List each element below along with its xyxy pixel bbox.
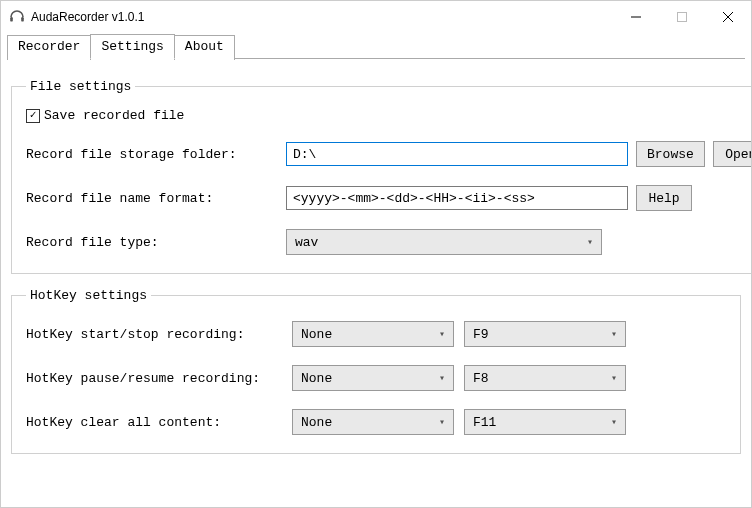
minimize-button[interactable] [613,2,659,32]
storage-folder-input[interactable] [286,142,628,166]
file-type-label: Record file type: [26,235,286,250]
chevron-down-icon: ▾ [439,328,445,340]
storage-folder-label: Record file storage folder: [26,147,286,162]
hotkey-pause-resume-mod-value: None [301,371,332,386]
chevron-down-icon: ▾ [587,236,593,248]
chevron-down-icon: ▾ [439,416,445,428]
save-recorded-checkbox-row[interactable]: ✓ Save recorded file [26,108,752,123]
titlebar: AudaRecorder v1.0.1 [1,1,751,33]
hotkey-start-stop-mod-select[interactable]: None ▾ [292,321,454,347]
close-button[interactable] [705,2,751,32]
hotkey-clear-key-select[interactable]: F11 ▾ [464,409,626,435]
maximize-button [659,2,705,32]
open-button[interactable]: Open [713,141,752,167]
file-type-value: wav [295,235,318,250]
window-title: AudaRecorder v1.0.1 [31,10,613,24]
hotkey-start-stop-key-value: F9 [473,327,489,342]
tab-about[interactable]: About [174,35,235,60]
tab-recorder[interactable]: Recorder [7,35,91,60]
hotkey-clear-key-value: F11 [473,415,496,430]
tabstrip: Recorder Settings About [1,33,751,58]
hotkey-settings-group: HotKey settings HotKey start/stop record… [11,288,741,454]
file-settings-group: File settings ✓ Save recorded file Recor… [11,79,752,274]
save-recorded-checkbox[interactable]: ✓ [26,109,40,123]
svg-rect-3 [678,13,687,22]
chevron-down-icon: ▾ [439,372,445,384]
chevron-down-icon: ▾ [611,372,617,384]
hotkey-clear-label: HotKey clear all content: [26,415,292,430]
name-format-label: Record file name format: [26,191,286,206]
hotkey-settings-legend: HotKey settings [26,288,151,303]
hotkey-pause-resume-key-value: F8 [473,371,489,386]
name-format-input[interactable] [286,186,628,210]
tab-settings[interactable]: Settings [90,34,174,59]
hotkey-start-stop-label: HotKey start/stop recording: [26,327,292,342]
hotkey-pause-resume-label: HotKey pause/resume recording: [26,371,292,386]
save-recorded-label: Save recorded file [44,108,184,123]
app-icon [9,9,25,25]
svg-rect-0 [10,17,13,22]
hotkey-clear-mod-value: None [301,415,332,430]
hotkey-pause-resume-key-select[interactable]: F8 ▾ [464,365,626,391]
content-area: File settings ✓ Save recorded file Recor… [1,59,751,464]
help-button[interactable]: Help [636,185,692,211]
hotkey-start-stop-mod-value: None [301,327,332,342]
browse-button[interactable]: Browse [636,141,705,167]
chevron-down-icon: ▾ [611,328,617,340]
hotkey-start-stop-key-select[interactable]: F9 ▾ [464,321,626,347]
window-buttons [613,2,751,32]
svg-rect-1 [21,17,24,22]
chevron-down-icon: ▾ [611,416,617,428]
hotkey-clear-mod-select[interactable]: None ▾ [292,409,454,435]
file-settings-legend: File settings [26,79,135,94]
file-type-select[interactable]: wav ▾ [286,229,602,255]
hotkey-pause-resume-mod-select[interactable]: None ▾ [292,365,454,391]
